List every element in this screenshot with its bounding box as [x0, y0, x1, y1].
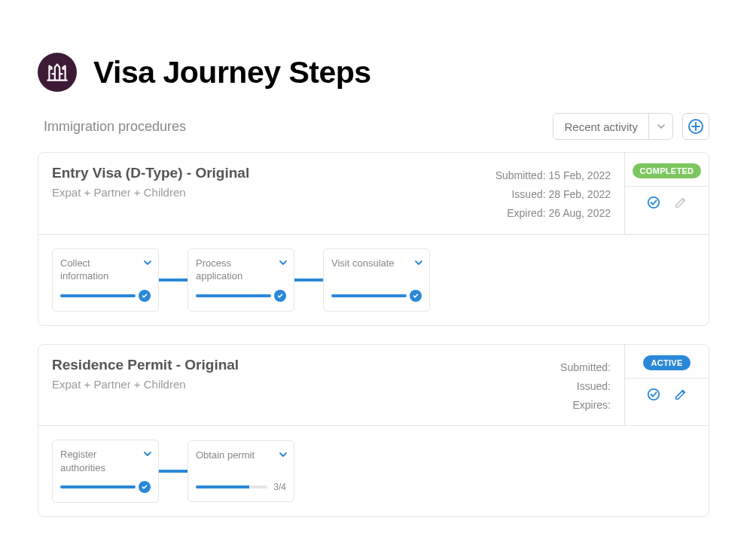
pencil-icon — [674, 388, 688, 401]
procedure-card: Residence Permit - OriginalExpat + Partn… — [38, 344, 709, 518]
date-label: Submitted: — [495, 169, 546, 181]
card-title: Entry Visa (D-Type) - Original — [52, 165, 249, 181]
step-progress — [60, 481, 151, 493]
date-label: Expired: — [507, 207, 545, 219]
date-value: 26 Aug, 2022 — [548, 207, 611, 219]
step-progress-text: 3/4 — [273, 482, 286, 492]
card-title: Residence Permit - Original — [52, 357, 239, 373]
subheader: Immigration procedures Recent activity — [44, 113, 709, 140]
step-done-icon — [139, 481, 151, 493]
add-button[interactable] — [682, 113, 709, 140]
chevron-down-icon — [414, 257, 423, 270]
step-progress — [331, 290, 422, 302]
date-row: Issued: 28 Feb, 2022 — [495, 185, 611, 204]
edit-button — [674, 196, 688, 212]
date-row: Submitted: — [560, 358, 611, 377]
svg-point-2 — [648, 388, 658, 399]
step-connector — [159, 278, 188, 282]
card-dates: Submitted: 15 Feb, 2022Issued: 28 Feb, 2… — [495, 165, 611, 224]
svg-point-1 — [648, 197, 658, 208]
date-value: 15 Feb, 2022 — [548, 169, 611, 181]
edit-button[interactable] — [674, 388, 688, 404]
step-box[interactable]: Obtain permit3/4 — [188, 440, 294, 502]
card-subtitle: Expat + Partner + Children — [52, 378, 239, 391]
step-done-icon — [139, 290, 151, 302]
card-subtitle: Expat + Partner + Children — [52, 186, 249, 199]
step-done-icon — [410, 290, 422, 302]
card-dates: Submitted: Issued: Expires: — [560, 357, 611, 415]
step-connector — [294, 278, 323, 282]
date-label: Expires: — [572, 399, 611, 411]
step-label: Register authorities — [60, 448, 151, 475]
pencil-icon — [674, 196, 688, 209]
date-value: 28 Feb, 2022 — [548, 188, 611, 200]
step-progress — [60, 290, 151, 302]
subtitle: Immigration procedures — [44, 119, 544, 135]
page-title: Visa Journey Steps — [93, 55, 371, 90]
step-label: Obtain permit — [196, 449, 286, 476]
date-row: Expires: — [560, 396, 611, 415]
step-box[interactable]: Visit consulate — [323, 248, 430, 312]
status-badge: COMPLETED — [633, 163, 702, 178]
card-body: Collect informationProcess applicationVi… — [38, 235, 709, 325]
filter-select[interactable]: Recent activity — [553, 113, 673, 140]
check-circle-icon[interactable] — [647, 196, 660, 212]
filter-select-label: Recent activity — [553, 114, 648, 139]
step-progress: 3/4 — [196, 482, 286, 492]
card-header: Residence Permit - OriginalExpat + Partn… — [38, 345, 709, 427]
plus-circle-icon — [688, 118, 704, 135]
date-row: Expired: 26 Aug, 2022 — [495, 204, 611, 223]
date-label: Submitted: — [560, 361, 611, 373]
logo — [38, 53, 77, 92]
chevron-down-icon — [143, 448, 152, 461]
date-row: Issued: — [560, 377, 611, 396]
step-label: Visit consulate — [331, 257, 422, 284]
procedure-card: Entry Visa (D-Type) - OriginalExpat + Pa… — [38, 152, 709, 326]
date-label: Issued: — [577, 380, 611, 392]
chevron-down-icon — [279, 257, 288, 270]
page-header: Visa Journey Steps — [38, 53, 709, 92]
step-label: Process application — [196, 257, 286, 284]
chevron-down-icon — [143, 257, 152, 270]
step-box[interactable]: Collect information — [52, 248, 159, 312]
step-connector — [159, 470, 188, 473]
check-circle-icon[interactable] — [647, 388, 660, 404]
step-label: Collect information — [60, 257, 151, 284]
status-badge: ACTIVE — [643, 355, 690, 370]
date-row: Submitted: 15 Feb, 2022 — [495, 166, 611, 185]
card-body: Register authoritiesObtain permit3/4 — [38, 426, 709, 516]
chevron-down-icon — [279, 449, 288, 462]
card-header: Entry Visa (D-Type) - OriginalExpat + Pa… — [38, 153, 709, 235]
date-label: Issued: — [511, 188, 545, 200]
chevron-down-icon — [648, 114, 672, 139]
step-done-icon — [274, 290, 286, 302]
step-box[interactable]: Register authorities — [52, 440, 159, 503]
card-side: COMPLETED — [624, 153, 709, 234]
towers-icon — [44, 59, 70, 85]
step-progress — [196, 290, 286, 302]
step-box[interactable]: Process application — [188, 248, 294, 312]
card-side: ACTIVE — [624, 345, 709, 426]
